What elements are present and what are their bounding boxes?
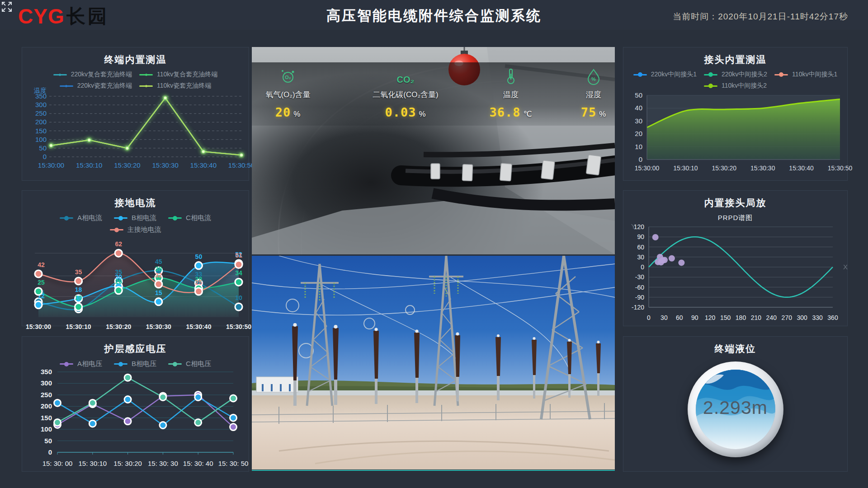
svg-text:30: 30 — [637, 253, 644, 261]
co2-icon: CO₂ — [355, 66, 456, 85]
o2-icon: O₂ — [252, 66, 324, 85]
legend-label: B相电流 — [132, 214, 156, 222]
legend-item[interactable]: B相电压 — [114, 360, 156, 368]
legend-item[interactable]: A相电流 — [60, 214, 102, 222]
liquid-level-gauge: 2.293m — [688, 361, 783, 457]
legend-item[interactable]: 110kv复合套充油终端 — [139, 70, 217, 79]
legend-label: A相电压 — [77, 360, 102, 368]
joint-temp-chart[interactable]: 0102030405015:30:0015:30:1015:30:2015:30… — [623, 90, 848, 173]
svg-text:10: 10 — [635, 143, 642, 150]
svg-text:120: 120 — [705, 314, 716, 321]
svg-text:0: 0 — [647, 314, 651, 321]
svg-text:-30: -30 — [635, 273, 644, 281]
svg-text:15:30:40: 15:30:40 — [186, 323, 211, 330]
joint-temp-legend: 220kv中间接头1220kv中间接头2110kv中间接头1110kv中间接头2 — [623, 70, 847, 90]
svg-text:150: 150 — [41, 414, 52, 422]
panel-prpd: 内置接头局放 PRPD谱图 -120-90-60-300306090120030… — [623, 190, 848, 326]
sensor-oxygen-label: 氧气(O₂)含量 — [252, 89, 324, 100]
substation-image — [252, 256, 615, 469]
sensor-oxygen-unit: % — [293, 110, 301, 118]
svg-text:60: 60 — [676, 314, 683, 321]
legend-label: 220kv复合套充油终端 — [71, 70, 132, 79]
legend-label: 220kv瓷套充油终端 — [77, 82, 132, 90]
svg-text:10: 10 — [235, 294, 242, 301]
terminal-temp-chart[interactable]: 050100150200250300350温度15:30:0015:30:101… — [22, 90, 250, 170]
legend-item[interactable]: B相电流 — [114, 214, 156, 222]
svg-text:0: 0 — [639, 155, 642, 163]
legend-item[interactable]: 110kv中间接头1 — [774, 70, 837, 79]
sensor-humidity-value: 75 — [581, 105, 597, 119]
substation-building — [256, 377, 298, 392]
legend-item[interactable]: 220kv复合套充油终端 — [53, 70, 132, 79]
current-time-label: 当前时间： — [673, 12, 718, 21]
svg-text:0: 0 — [43, 153, 47, 160]
svg-text:200: 200 — [35, 118, 47, 126]
dashboard: CYG 长园 高压智能电缆附件综合监测系统 当前时间：2020年10月21日-1… — [0, 0, 868, 488]
svg-text:15:30:10: 15:30:10 — [66, 323, 91, 330]
svg-text:25: 25 — [195, 279, 203, 286]
legend-item[interactable]: A相电压 — [60, 360, 102, 368]
svg-text:Y: Y — [631, 222, 636, 230]
sensor-oxygen: O₂ 氧气(O₂)含量 20% — [252, 66, 324, 119]
sensor-oxygen-value: 20 — [275, 105, 291, 119]
panel-title-terminal-temp: 终端内置测温 — [22, 53, 249, 66]
svg-text:30: 30 — [635, 117, 642, 125]
svg-text:34: 34 — [235, 269, 242, 277]
sensor-temperature-value: 36.8 — [489, 105, 520, 119]
svg-text:15: 30:20: 15: 30:20 — [113, 460, 142, 467]
legend-item[interactable]: 220kv中间接头1 — [633, 70, 697, 79]
legend-label: 110kv瓷套充油终端 — [157, 82, 211, 90]
prpd-subtitle: PRPD谱图 — [623, 214, 847, 222]
svg-text:250: 250 — [41, 391, 52, 399]
legend-item[interactable]: 220kv中间接头2 — [704, 70, 767, 79]
sensor-humidity-label: 湿度 — [571, 89, 615, 100]
liquid-level-value: 2.293m — [696, 397, 775, 418]
svg-text:150: 150 — [35, 127, 47, 135]
svg-text:26: 26 — [115, 278, 122, 285]
svg-text:90: 90 — [637, 233, 644, 240]
legend-item[interactable]: C相电流 — [168, 214, 211, 222]
legend-label: 220kv中间接头1 — [651, 70, 697, 79]
legend-label: C相电压 — [186, 360, 211, 368]
legend-label: 主接地电流 — [127, 225, 161, 234]
svg-text:10: 10 — [75, 294, 82, 301]
svg-text:360: 360 — [827, 314, 838, 321]
ground-current-chart[interactable]: 1583545331012183015505225102638283442356… — [22, 234, 250, 333]
svg-text:-90: -90 — [635, 294, 644, 301]
svg-text:15:30:40: 15:30:40 — [789, 164, 814, 172]
legend-item[interactable]: C相电压 — [168, 360, 211, 368]
svg-text:50: 50 — [44, 437, 52, 445]
svg-text:270: 270 — [782, 314, 793, 321]
sensor-temperature-label: 温度 — [472, 89, 549, 100]
panel-title-prpd: 内置接头局放 — [623, 197, 847, 209]
svg-text:15:30:20: 15:30:20 — [106, 323, 131, 330]
sheath-voltage-chart[interactable]: 05010015020025030035015: 30: 0015: 30:10… — [22, 368, 250, 469]
legend-item[interactable]: 主接地电流 — [110, 225, 161, 234]
svg-text:100: 100 — [41, 425, 52, 433]
thermometer-icon — [472, 66, 549, 85]
sensor-co2-label: 二氧化碳(CO₂含量) — [355, 89, 456, 100]
svg-text:0: 0 — [641, 263, 644, 271]
legend-marker — [168, 363, 182, 365]
svg-text:20: 20 — [635, 130, 642, 137]
prpd-chart[interactable]: -120-90-60-30030609012003060901201501802… — [623, 222, 848, 324]
legend-label: B相电压 — [132, 360, 156, 368]
svg-text:X: X — [843, 263, 848, 271]
panel-joint-temp: 接头内置测温 220kv中间接头1220kv中间接头2110kv中间接头1110… — [623, 47, 848, 181]
svg-text:15:30:30: 15:30:30 — [750, 164, 775, 172]
center-frame-line — [252, 470, 615, 471]
svg-text:15: 30: 40: 15: 30: 40 — [183, 460, 213, 467]
svg-text:%: % — [591, 76, 596, 82]
panel-title-sheath-voltage: 护层感应电压 — [22, 343, 249, 355]
legend-item[interactable]: 220kv瓷套充油终端 — [60, 82, 132, 90]
svg-text:15:30:20: 15:30:20 — [712, 164, 737, 172]
legend-item[interactable]: 110kv中间接头2 — [704, 82, 767, 90]
svg-text:0: 0 — [48, 448, 52, 456]
svg-text:350: 350 — [41, 368, 52, 375]
legend-item[interactable]: 110kv瓷套充油终端 — [139, 82, 211, 90]
ground-current-legend: A相电流B相电流C相电流主接地电流 — [22, 214, 249, 234]
sensor-humidity: % 湿度 75% — [571, 66, 615, 119]
legend-marker — [633, 74, 647, 75]
svg-text:15:30:50: 15:30:50 — [228, 161, 255, 169]
svg-text:15:30:00: 15:30:00 — [26, 323, 51, 330]
